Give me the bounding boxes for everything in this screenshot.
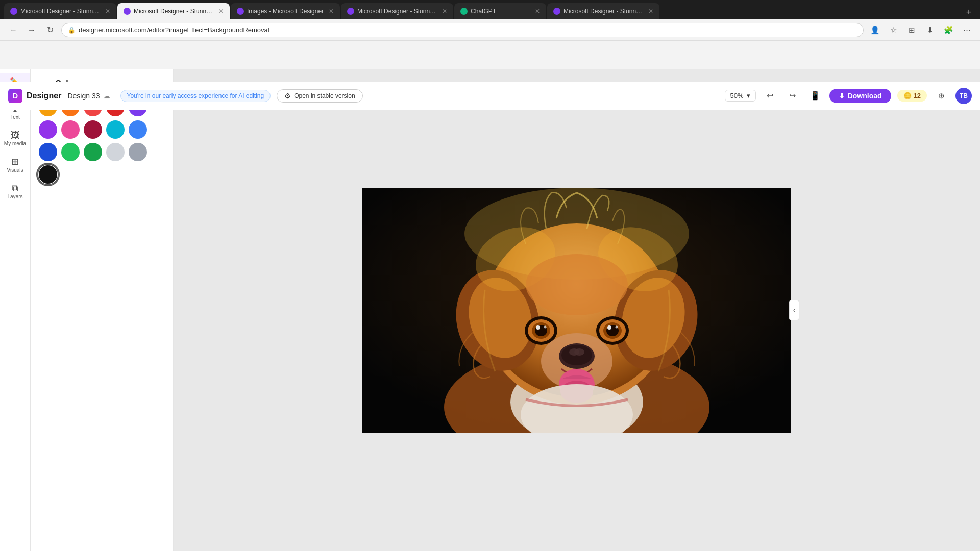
browser-tab-3[interactable]: Images - Microsoft Designer ✕ bbox=[231, 3, 340, 19]
dog-canvas[interactable] bbox=[362, 188, 791, 433]
visuals-icon: ⊞ bbox=[11, 157, 19, 166]
address-text: designer.microsoft.com/editor?imageEffec… bbox=[79, 26, 270, 34]
tab-label: Microsoft Designer - Stunning... bbox=[134, 8, 213, 15]
forward-button[interactable]: → bbox=[24, 23, 39, 37]
browser-tab-1[interactable]: Microsoft Designer - Stunning... ✕ bbox=[4, 3, 116, 19]
tab-close-icon[interactable]: ✕ bbox=[329, 8, 334, 15]
refresh-button[interactable]: ↻ bbox=[43, 23, 57, 37]
tab-label: Microsoft Designer - Stunning... bbox=[20, 8, 100, 15]
svg-point-19 bbox=[544, 326, 547, 329]
svg-point-25 bbox=[616, 326, 618, 329]
navigation-bar: ← → ↻ 🔒 designer.microsoft.com/editor?im… bbox=[0, 19, 980, 41]
address-bar[interactable]: 🔒 designer.microsoft.com/editor?imageEff… bbox=[61, 23, 864, 37]
svg-point-30 bbox=[574, 348, 584, 356]
svg-point-24 bbox=[607, 325, 611, 330]
undo-button[interactable]: ↩ bbox=[762, 88, 778, 104]
sidebar-item-visuals[interactable]: ⊞ Visuals bbox=[0, 153, 30, 178]
coins-badge: 🪙 12 bbox=[897, 90, 927, 102]
tab-close-icon[interactable]: ✕ bbox=[442, 8, 447, 15]
tab-close-icon[interactable]: ✕ bbox=[648, 8, 653, 15]
zoom-chevron-icon: ▾ bbox=[747, 92, 750, 99]
color-swatch-dark-red[interactable] bbox=[84, 120, 102, 139]
browser-tab-4[interactable]: Microsoft Designer - Stunning... ✕ bbox=[341, 3, 453, 19]
tab-favicon bbox=[124, 8, 131, 15]
tab-favicon bbox=[347, 8, 354, 15]
tab-label: Microsoft Designer - Stunning... bbox=[357, 8, 437, 15]
tab-close-icon[interactable]: ✕ bbox=[535, 8, 540, 15]
app-logo: D Designer bbox=[8, 89, 61, 103]
coins-count: 12 bbox=[914, 92, 921, 99]
zoom-level: 50% bbox=[730, 92, 744, 99]
early-access-banner: You're in our early access experience fo… bbox=[120, 90, 271, 102]
cloud-save-icon: ☁ bbox=[103, 92, 110, 100]
color-swatch-light-gray[interactable] bbox=[106, 143, 125, 161]
tab-label: ChatGPT bbox=[471, 8, 530, 15]
sidebar-label-layers: Layers bbox=[7, 194, 22, 200]
early-access-text: You're in our early access experience fo… bbox=[127, 92, 264, 99]
tab-favicon bbox=[237, 8, 244, 15]
svg-point-13 bbox=[526, 254, 628, 315]
coin-icon: 🪙 bbox=[903, 92, 912, 99]
redo-button[interactable]: ↪ bbox=[785, 88, 801, 104]
tab-close-icon[interactable]: ✕ bbox=[105, 8, 110, 15]
tab-favicon bbox=[553, 8, 560, 15]
sidebar-label-my-media: My media bbox=[4, 141, 26, 147]
svg-point-18 bbox=[536, 325, 540, 330]
color-swatch-blue[interactable] bbox=[39, 143, 57, 161]
avatar-initials: TB bbox=[960, 92, 968, 99]
tab-favicon bbox=[10, 8, 17, 15]
color-swatch-blue-light[interactable] bbox=[129, 120, 147, 139]
color-swatch-black[interactable] bbox=[39, 165, 57, 184]
color-swatch-dark-green[interactable] bbox=[84, 143, 102, 161]
tab-label: Images - Microsoft Designer bbox=[247, 8, 324, 15]
stable-version-button[interactable]: ⚙ Open in stable version bbox=[277, 89, 362, 103]
collections-icon[interactable]: ⊞ bbox=[904, 23, 919, 37]
color-swatch-violet[interactable] bbox=[39, 120, 57, 139]
profile-icon[interactable]: 👤 bbox=[868, 23, 882, 37]
download-icon: ⬇ bbox=[839, 92, 845, 100]
sidebar-label-text: Text bbox=[10, 114, 19, 120]
browser-chrome: Microsoft Designer - Stunning... ✕ Micro… bbox=[0, 0, 980, 41]
tab-favicon bbox=[460, 8, 468, 15]
zoom-control[interactable]: 50% ▾ bbox=[725, 90, 756, 102]
browser-tab-6[interactable]: Microsoft Designer - Stunning... ✕ bbox=[547, 3, 659, 19]
back-button[interactable]: ← bbox=[6, 23, 20, 37]
canvas-wrapper: ‹ bbox=[362, 188, 791, 433]
logo-icon: D bbox=[8, 89, 22, 103]
color-panel: ‹ Color bbox=[31, 69, 174, 551]
extensions-icon[interactable]: 🧩 bbox=[941, 23, 955, 37]
color-grid bbox=[39, 98, 165, 184]
settings-icon[interactable]: ⋯ bbox=[960, 23, 974, 37]
mobile-preview-button[interactable]: 📱 bbox=[807, 88, 823, 104]
color-swatch-pink[interactable] bbox=[61, 120, 80, 139]
sidebar-label-visuals: Visuals bbox=[7, 167, 23, 173]
app-header: D Designer Design 33 ☁ You're in our ear… bbox=[0, 82, 980, 110]
color-swatch-green[interactable] bbox=[61, 143, 80, 161]
sidebar-item-my-media[interactable]: 🖼 My media bbox=[0, 127, 30, 151]
dog-image bbox=[362, 188, 791, 433]
avatar[interactable]: TB bbox=[955, 88, 972, 104]
share-button[interactable]: ⊕ bbox=[933, 88, 949, 104]
canvas-area: ‹ bbox=[174, 69, 980, 551]
design-title: Design 33 bbox=[67, 92, 100, 100]
color-swatch-cyan[interactable] bbox=[106, 120, 125, 139]
favorites-icon[interactable]: ☆ bbox=[886, 23, 900, 37]
browser-tab-2[interactable]: Microsoft Designer - Stunning... ✕ bbox=[117, 3, 230, 19]
tab-label: Microsoft Designer - Stunning... bbox=[564, 8, 643, 15]
new-tab-button[interactable]: + bbox=[962, 5, 976, 19]
layers-icon: ⧉ bbox=[12, 184, 18, 193]
tab-close-icon[interactable]: ✕ bbox=[218, 8, 224, 15]
collapse-panel-button[interactable]: ‹ bbox=[789, 300, 799, 320]
my-media-icon: 🖼 bbox=[11, 131, 20, 140]
download-label: Download bbox=[848, 92, 882, 100]
stable-btn-label: Open in stable version bbox=[294, 92, 355, 99]
left-sidebar: ✏️ Edit T Text 🖼 My media ⊞ Visuals ⧉ La… bbox=[0, 69, 31, 551]
color-swatch-gray[interactable] bbox=[129, 143, 147, 161]
browser-tab-5[interactable]: ChatGPT ✕ bbox=[454, 3, 546, 19]
design-name: Design 33 ☁ bbox=[67, 92, 110, 100]
download-button[interactable]: ⬇ Download bbox=[829, 89, 891, 103]
tab-bar: Microsoft Designer - Stunning... ✕ Micro… bbox=[0, 0, 980, 19]
downloads-icon[interactable]: ⬇ bbox=[923, 23, 937, 37]
logo-text: Designer bbox=[27, 91, 61, 101]
sidebar-item-layers[interactable]: ⧉ Layers bbox=[0, 180, 30, 204]
